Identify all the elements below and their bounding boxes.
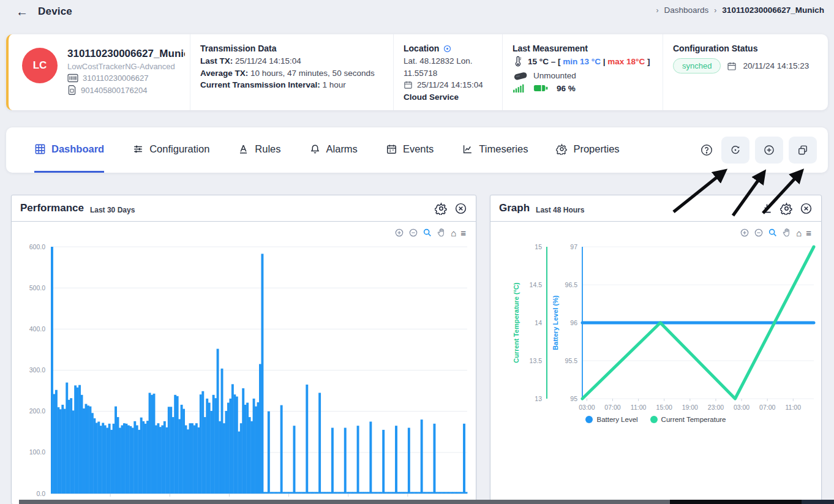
battery-icon <box>533 84 548 92</box>
graph-subtitle: Last 48 Hours <box>536 206 584 214</box>
tab-properties[interactable]: Properties <box>556 127 619 173</box>
grid-icon <box>34 143 46 155</box>
svg-text:15:00: 15:00 <box>656 404 672 411</box>
zoom-out-icon[interactable] <box>754 228 764 238</box>
settings-icon[interactable] <box>780 202 793 215</box>
calendar-icon <box>386 143 397 155</box>
transmission-title: Transmission Data <box>200 43 385 53</box>
duplicate-icon <box>797 144 809 156</box>
battery-temperature-line-chart[interactable]: 9796.59695.5951514.51413.513Current Temp… <box>490 238 821 415</box>
average-tx-label: Average TX: <box>200 69 248 78</box>
bell-icon <box>309 143 321 155</box>
tab-label: Configuration <box>149 143 209 155</box>
last-tx-value: 25/11/24 14:15:04 <box>235 56 301 66</box>
close-icon[interactable] <box>454 202 467 215</box>
svg-text:13.5: 13.5 <box>530 357 543 364</box>
svg-text:400.0: 400.0 <box>29 325 45 333</box>
close-icon[interactable] <box>800 202 813 215</box>
legend-label: Current Temperature <box>661 416 726 423</box>
tabbar-actions <box>697 127 817 173</box>
tab-label: Alarms <box>326 143 358 155</box>
tab-alarms[interactable]: Alarms <box>309 127 358 173</box>
zoom-out-icon[interactable] <box>408 228 418 238</box>
scrollbar-end <box>802 500 834 504</box>
tab-events[interactable]: Events <box>386 127 434 173</box>
line-chart-icon <box>462 143 473 155</box>
legend-item[interactable]: Battery Level <box>585 416 637 423</box>
svg-text:Battery Level (%): Battery Level (%) <box>552 295 559 350</box>
add-widget-button[interactable] <box>755 137 783 164</box>
tab-configuration[interactable]: Configuration <box>132 127 209 173</box>
menu-icon[interactable]: ≡ <box>806 228 811 238</box>
legend-item[interactable]: Current Temperature <box>650 416 726 423</box>
tab-label: Timeseries <box>479 143 528 155</box>
svg-text:0.0: 0.0 <box>36 490 45 497</box>
settings-icon[interactable] <box>435 202 448 215</box>
tab-bar: Dashboard Configuration Rules Alarms Eve… <box>6 127 828 173</box>
battery-legend-dot <box>585 416 593 423</box>
device-id: 310110230006627 <box>83 73 149 83</box>
performance-subtitle: Last 30 Days <box>90 206 135 214</box>
battery-percent: 96 % <box>557 84 576 93</box>
device-page: ← Device › Dashboards › 310110230006627_… <box>0 0 834 504</box>
back-arrow-icon[interactable]: ← <box>16 5 28 19</box>
scrollbar-thumb[interactable] <box>670 500 802 504</box>
breadcrumb-dashboards[interactable]: Dashboards <box>664 6 709 15</box>
avatar: LC <box>22 48 58 83</box>
graph-panel-header: Graph Last 48 Hours <box>490 195 821 222</box>
zoom-in-icon[interactable] <box>740 228 749 238</box>
svg-text:600.0: 600.0 <box>29 243 45 250</box>
device-name: 310110230006627_Munich <box>67 48 185 60</box>
svg-text:14: 14 <box>535 319 542 326</box>
temperature-value: 15 °C – <box>528 57 555 66</box>
svg-text:97: 97 <box>570 243 577 250</box>
performance-title: Performance <box>20 202 84 214</box>
zoom-in-icon[interactable] <box>394 228 404 238</box>
home-icon[interactable]: ⌂ <box>796 228 802 238</box>
svg-text:19:00: 19:00 <box>682 404 698 411</box>
svg-text:300.0: 300.0 <box>29 366 45 374</box>
calendar-icon <box>727 61 737 71</box>
svg-text:13: 13 <box>535 395 542 402</box>
svg-text:96.5: 96.5 <box>565 281 578 288</box>
home-icon[interactable]: ⌂ <box>451 228 456 238</box>
download-icon[interactable] <box>761 202 773 215</box>
history-reload-button[interactable] <box>721 137 749 164</box>
svg-text:11:00: 11:00 <box>786 404 802 411</box>
tab-dashboard[interactable]: Dashboard <box>34 127 104 173</box>
tab-timeseries[interactable]: Timeseries <box>462 127 528 173</box>
calendar-icon <box>404 80 413 89</box>
svg-text:100.0: 100.0 <box>29 448 45 456</box>
device-summary-card: LC 310110230006627_Munich LowCostTracker… <box>6 34 828 110</box>
performance-bar-chart[interactable]: 600.0500.0400.0300.0200.0100.00.0 <box>12 238 472 504</box>
tab-rules[interactable]: Rules <box>238 127 280 173</box>
location-coordinates: Lat. 48.12832 Lon. 11.55718 <box>404 55 494 79</box>
history-icon <box>729 144 742 156</box>
location-timestamp: 25/11/24 14:15:04 <box>417 79 483 91</box>
average-tx-value: 10 hours, 47 minutes, 50 seconds <box>250 69 375 78</box>
breadcrumb-sep-icon: › <box>656 6 659 15</box>
duplicate-button[interactable] <box>789 137 817 164</box>
thermometer-icon <box>513 56 523 67</box>
sliders-icon <box>132 143 144 155</box>
add-icon <box>763 144 775 156</box>
box-zoom-icon[interactable] <box>423 228 432 238</box>
rules-icon <box>238 143 249 155</box>
pan-icon[interactable] <box>437 228 446 238</box>
help-icon[interactable] <box>697 141 716 159</box>
menu-icon[interactable]: ≡ <box>460 228 466 238</box>
tab-label: Dashboard <box>51 143 104 155</box>
svg-text:500.0: 500.0 <box>29 284 45 291</box>
svg-text:15: 15 <box>535 243 542 250</box>
pan-icon[interactable] <box>782 228 792 238</box>
svg-text:95: 95 <box>570 395 577 402</box>
transmission-section: Transmission Data Last TX: 25/11/24 14:1… <box>190 34 393 110</box>
chart-legend: Battery Level Current Temperature <box>490 416 821 423</box>
page-title: Device <box>38 6 72 18</box>
temperature-max: max 18°C <box>607 57 645 66</box>
svg-text:11:00: 11:00 <box>631 404 647 411</box>
divider: | <box>603 57 606 66</box>
svg-text:03:00: 03:00 <box>579 404 595 411</box>
box-zoom-icon[interactable] <box>768 228 778 238</box>
temperature-legend-dot <box>650 416 658 423</box>
